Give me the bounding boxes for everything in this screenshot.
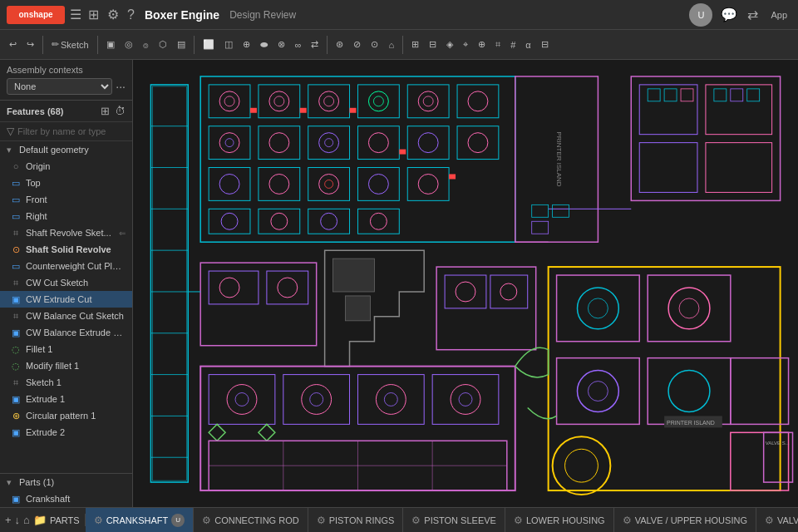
tool-hex[interactable]: ⬡ bbox=[155, 37, 171, 52]
features-expand-icon[interactable]: ⊞ bbox=[101, 105, 110, 117]
assembly-context-select[interactable]: None bbox=[7, 78, 112, 95]
tab-valve-upper-housing[interactable]: ⚙ VALVE / UPPER HOUSING bbox=[614, 508, 756, 532]
tab-gear-icon: ⚙ bbox=[765, 515, 774, 526]
list-item[interactable]: ⌗ Sketch 1 bbox=[0, 374, 132, 391]
tool-add[interactable]: ⊞ bbox=[407, 37, 423, 52]
list-item[interactable]: ▭ Front bbox=[0, 191, 132, 208]
assembly-context-menu-button[interactable]: ··· bbox=[116, 80, 126, 93]
features-title: Features (68) bbox=[7, 106, 101, 116]
filter-input[interactable] bbox=[17, 126, 132, 136]
tool-target[interactable]: ⊙ bbox=[367, 37, 382, 52]
tool-ban[interactable]: ⊘ bbox=[349, 37, 365, 52]
redo-button[interactable]: ↪ bbox=[22, 37, 38, 52]
toolbar-separator-2 bbox=[97, 36, 98, 54]
tool-swap[interactable]: ⇄ bbox=[307, 37, 323, 52]
list-item[interactable]: ▭ Top bbox=[0, 175, 132, 191]
share-icon[interactable]: ⇄ bbox=[746, 5, 760, 24]
tool-home[interactable]: ⌂ bbox=[384, 38, 398, 52]
features-history-icon[interactable]: ⏱ bbox=[115, 105, 126, 117]
tool-rect[interactable]: ⬜ bbox=[199, 37, 219, 52]
list-item[interactable]: ⌗ CW Balance Cut Sketch bbox=[0, 308, 132, 324]
tabs-area: ⚙ CRANKSHAFT U ⚙ CONNECTING ROD ⚙ PISTON… bbox=[86, 508, 798, 532]
sketch-icon: ⌗ bbox=[10, 311, 22, 322]
filter-icon: ▽ bbox=[7, 126, 14, 137]
list-item[interactable]: ◌ Modify fillet 1 bbox=[0, 357, 132, 374]
tool-inf[interactable]: ∞ bbox=[291, 38, 306, 52]
grid-icon[interactable]: ⊞ bbox=[86, 5, 101, 24]
tab-crankshaft[interactable]: ⚙ CRANKSHAFT U bbox=[86, 508, 195, 532]
user-avatar[interactable]: U bbox=[689, 3, 712, 27]
item-label: Extrude 2 bbox=[26, 427, 126, 437]
list-item[interactable]: ◌ Fillet 1 bbox=[0, 341, 132, 357]
onshape-logo: onshape bbox=[7, 6, 65, 24]
folder-icon[interactable]: 📁 bbox=[33, 514, 47, 526]
tool-oval[interactable]: ⬬ bbox=[256, 37, 272, 52]
list-item[interactable]: ○ Origin bbox=[0, 158, 132, 175]
tool-grid[interactable]: ⌗ bbox=[491, 37, 505, 52]
parts-expand-icon: ▾ bbox=[3, 477, 15, 488]
tool-lines[interactable]: ▤ bbox=[173, 37, 190, 52]
svg-rect-123 bbox=[399, 150, 406, 155]
list-item[interactable]: ▭ Right bbox=[0, 208, 132, 224]
list-item[interactable]: ⌗ CW Cut Sketch bbox=[0, 274, 132, 291]
sketch-button[interactable]: ✏ Sketch bbox=[47, 37, 93, 52]
hamburger-menu[interactable]: ☰ bbox=[70, 7, 81, 22]
tool-star[interactable]: ⊛ bbox=[332, 37, 347, 52]
parts-group[interactable]: ▾ Parts (1) bbox=[0, 474, 132, 490]
list-item[interactable]: ▣ Extrude 2 bbox=[0, 424, 132, 441]
tab-gear-icon: ⚙ bbox=[514, 515, 523, 526]
list-item[interactable]: ⊛ Circular pattern 1 bbox=[0, 407, 132, 424]
list-item[interactable]: ▣ CW Balance Extrude Cut bbox=[0, 324, 132, 341]
undo-button[interactable]: ↩ bbox=[5, 37, 21, 52]
parts-label[interactable]: PARTS bbox=[50, 515, 80, 525]
cad-viewport[interactable]: PRINTER ISLAND bbox=[133, 60, 798, 507]
document-subtitle: Design Review bbox=[229, 9, 296, 21]
list-item[interactable]: ▣ Crankshaft bbox=[0, 490, 132, 507]
top-bar: onshape ☰ ⊞ ⚙ ? Boxer Engine Design Revi… bbox=[0, 0, 798, 30]
tab-label: VALVE / UPPER HOUSING bbox=[635, 515, 747, 525]
item-label: CW Balance Extrude Cut bbox=[26, 328, 126, 337]
help-icon[interactable]: ? bbox=[126, 6, 136, 24]
item-label: CW Extrude Cut bbox=[26, 294, 126, 304]
tool-plus[interactable]: ⊕ bbox=[239, 37, 254, 52]
tab-connecting-rod[interactable]: ⚙ CONNECTING ROD bbox=[194, 508, 308, 532]
add-tab-button[interactable]: + bbox=[5, 514, 12, 526]
app-button[interactable]: App bbox=[766, 8, 791, 22]
tool-plus2[interactable]: ⊕ bbox=[474, 37, 490, 52]
item-label: Origin bbox=[26, 161, 126, 171]
tab-valve-s[interactable]: ⚙ VALVE S... bbox=[756, 508, 798, 532]
svg-text:VALVE S...: VALVE S... bbox=[766, 441, 790, 446]
tool-plane[interactable]: ▣ bbox=[102, 37, 119, 52]
list-item[interactable]: ⊙ Shaft Solid Revolve bbox=[0, 241, 132, 258]
plane-icon: ▭ bbox=[10, 195, 22, 205]
list-item-selected[interactable]: ▣ CW Extrude Cut bbox=[0, 291, 132, 308]
list-item[interactable]: ▭ Counterweight Cut Plane bbox=[0, 258, 132, 274]
tool-alpha[interactable]: α bbox=[521, 38, 534, 52]
tab-label: CRANKSHAFT bbox=[106, 515, 169, 525]
tab-lower-housing[interactable]: ⚙ LOWER HOUSING bbox=[505, 508, 614, 532]
tool-circle[interactable]: ◎ bbox=[121, 37, 137, 52]
tab-gear-icon: ⚙ bbox=[317, 515, 326, 526]
tool-ring[interactable]: ⌾ bbox=[139, 38, 153, 52]
tab-piston-sleeve[interactable]: ⚙ PISTON SLEEVE bbox=[403, 508, 505, 532]
tab-user-avatar: U bbox=[171, 514, 185, 527]
tool-minus[interactable]: ⊟ bbox=[425, 37, 441, 52]
tool-diamond[interactable]: ◈ bbox=[442, 37, 457, 52]
tool-more[interactable]: ⊟ bbox=[537, 37, 553, 52]
home-button[interactable]: ⌂ bbox=[23, 514, 30, 526]
sketch-icon: ⌗ bbox=[10, 377, 22, 388]
settings-icon[interactable]: ⚙ bbox=[106, 5, 121, 24]
tab-label: VALVE S... bbox=[777, 515, 798, 525]
list-item[interactable]: ▣ Extrude 1 bbox=[0, 391, 132, 407]
item-label: Fillet 1 bbox=[26, 344, 126, 354]
tool-split[interactable]: ◫ bbox=[220, 37, 237, 52]
tab-piston-rings[interactable]: ⚙ PISTON RINGS bbox=[308, 508, 404, 532]
default-geometry-group[interactable]: ▾ Default geometry bbox=[0, 141, 132, 158]
tool-crosshair[interactable]: ⌖ bbox=[459, 37, 472, 52]
list-item[interactable]: ⌗ Shaft Revolve Sket... ⇐ bbox=[0, 224, 132, 241]
import-button[interactable]: ↓ bbox=[15, 514, 21, 526]
tool-cross[interactable]: ⊗ bbox=[273, 37, 289, 52]
tool-hash[interactable]: # bbox=[506, 38, 520, 52]
chat-icon[interactable]: 💬 bbox=[719, 5, 739, 24]
toolbar-separator-1 bbox=[42, 36, 43, 54]
